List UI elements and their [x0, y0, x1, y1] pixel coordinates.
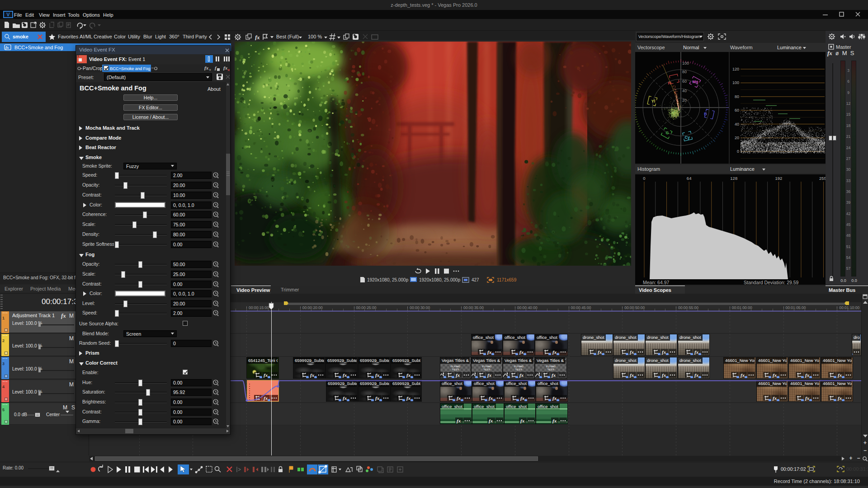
svg-text:0: 0 — [737, 149, 739, 154]
svg-text:64: 64 — [687, 176, 692, 181]
svg-text:60: 60 — [682, 79, 687, 84]
svg-text:100: 100 — [732, 80, 739, 85]
svg-text:80: 80 — [682, 70, 687, 74]
svg-text:80: 80 — [735, 94, 739, 99]
svg-text:G: G — [666, 131, 669, 135]
svg-text:100: 100 — [682, 61, 689, 66]
svg-text:128: 128 — [730, 176, 737, 181]
svg-text:255: 255 — [819, 176, 826, 181]
svg-text:0: 0 — [643, 176, 645, 181]
svg-text:f: f — [215, 65, 217, 70]
svg-text:40: 40 — [735, 122, 739, 127]
svg-text:20: 20 — [682, 98, 687, 103]
svg-text:B: B — [704, 112, 707, 116]
svg-text:fx: fx — [255, 34, 260, 41]
svg-text:fx: fx — [223, 65, 228, 70]
svg-text:192: 192 — [775, 176, 782, 181]
svg-text:-20: -20 — [733, 163, 739, 164]
svg-text:+: + — [209, 68, 211, 72]
svg-text:20: 20 — [735, 136, 739, 140]
svg-text:Cy: Cy — [685, 135, 690, 140]
svg-text:Yl: Yl — [651, 99, 656, 103]
svg-text:40: 40 — [682, 89, 687, 93]
svg-text:Mg: Mg — [692, 80, 698, 84]
svg-text:fx: fx — [204, 65, 209, 70]
svg-text:60: 60 — [735, 108, 739, 113]
svg-text:120: 120 — [732, 67, 739, 71]
svg-text:fx: fx — [5, 45, 9, 50]
